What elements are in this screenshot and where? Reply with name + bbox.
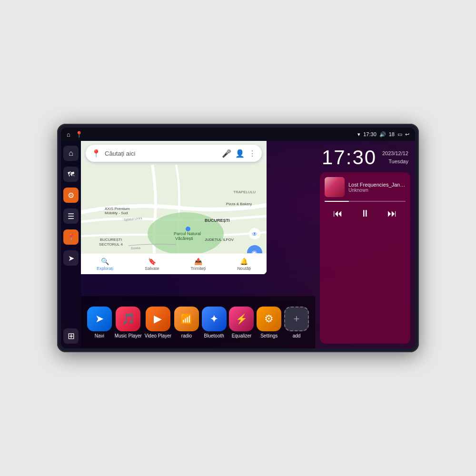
svg-text:JUDEȚUL ILFOV: JUDEȚUL ILFOV [205, 238, 234, 242]
home-status-icon: ⌂ [67, 131, 70, 138]
mic-icon[interactable]: 🎤 [222, 149, 231, 158]
device-screen: ⌂ 📍 ▾ 17:30 🔊 18 ▭ ↩ ⌂ 🗺 ⚙ [61, 128, 415, 348]
right-panel: 17:30 2023/12/12 Tuesday Lost Frequencie… [315, 141, 415, 348]
main-area: ⌂ 🗺 ⚙ ☰ 📍 ➤ ⊞ [61, 141, 415, 348]
equalizer-icon: ⚡ [229, 307, 254, 331]
map-send-label: Trimiteți [191, 266, 206, 271]
music-pause-button[interactable]: ⏸ [357, 205, 374, 222]
app-add[interactable]: + add [284, 307, 309, 338]
music-next-button[interactable]: ⏭ [384, 205, 401, 222]
music-widget: Lost Frequencies_Janie... Unknown ⏮ ⏸ ⏭ [320, 172, 410, 344]
map-saved-label: Salvate [145, 266, 159, 271]
video-player-label: Video Player [145, 333, 172, 338]
app-grid: ➤ Navi 🎵 Music Player ▶ Vi [81, 296, 315, 348]
map-saved[interactable]: 🔖 Salvate [145, 258, 159, 271]
map-search-text: Căutați aici [105, 150, 218, 157]
sidebar-location-icon[interactable]: 📍 [63, 229, 79, 245]
music-album-art [325, 177, 345, 197]
svg-text:BUCUREȘTI: BUCUREȘTI [205, 218, 230, 223]
map-send[interactable]: 📤 Trimiteți [191, 258, 206, 271]
google-maps-icon: 📍 [91, 149, 101, 158]
center-content: 📍 Căutați aici 🎤 👤 ⋮ [81, 141, 315, 348]
svg-point-4 [186, 227, 190, 231]
settings-label: Settings [260, 333, 278, 338]
account-icon[interactable]: 👤 [235, 149, 245, 158]
music-progress-bar[interactable] [325, 201, 406, 202]
map-search-icons: 🎤 👤 ⋮ [222, 149, 256, 158]
device: ⌂ 📍 ▾ 17:30 🔊 18 ▭ ↩ ⌂ 🗺 ⚙ [57, 124, 419, 352]
map-search-bar[interactable]: 📍 Căutați aici 🎤 👤 ⋮ [86, 145, 262, 162]
navi-icon: ➤ [87, 307, 112, 331]
svg-text:BUCUREȘTI: BUCUREȘTI [100, 238, 122, 242]
sidebar: ⌂ 🗺 ⚙ ☰ 📍 ➤ ⊞ [61, 141, 81, 348]
music-title: Lost Frequencies_Janie... [348, 182, 406, 188]
svg-text:AXIS Premium: AXIS Premium [105, 207, 130, 211]
battery-level: 18 [389, 131, 395, 137]
map-widget[interactable]: 📍 Căutați aici 🎤 👤 ⋮ [81, 141, 267, 274]
music-artist: Unknown [348, 188, 406, 193]
app-radio[interactable]: 📶 radio [174, 307, 199, 338]
music-progress-fill [325, 201, 349, 202]
wifi-icon: ▾ [357, 131, 360, 138]
clock-date: 2023/12/12 Tuesday [382, 148, 408, 165]
radio-icon: 📶 [174, 307, 199, 331]
app-bluetooth[interactable]: ✦ Bluetooth [202, 307, 227, 338]
svg-text:TRAPELULU: TRAPELULU [233, 190, 256, 194]
add-label: add [293, 333, 301, 338]
music-prev-button[interactable]: ⏮ [329, 205, 347, 222]
map-bottom-bar: 🔍 Explorați 🔖 Salvate 📤 Trimiteți [81, 253, 267, 274]
sidebar-navigate-icon[interactable]: ➤ [63, 250, 79, 266]
app-music-player[interactable]: 🎵 Music Player [115, 307, 142, 338]
back-icon[interactable]: ↩ [405, 131, 409, 138]
add-icon: + [284, 307, 309, 331]
music-player-label: Music Player [115, 333, 142, 338]
music-info: Lost Frequencies_Janie... Unknown [348, 182, 406, 193]
battery-icon: ▭ [397, 131, 402, 138]
music-player-icon: 🎵 [116, 307, 140, 331]
sidebar-grid-icon[interactable]: ⊞ [63, 328, 79, 344]
sidebar-files-icon[interactable]: ☰ [63, 208, 79, 224]
app-equalizer[interactable]: ⚡ Equalizer [229, 307, 254, 338]
clock-widget: 17:30 2023/12/12 Tuesday [315, 141, 415, 172]
app-settings[interactable]: ⚙ Settings [257, 307, 281, 338]
bluetooth-label: Bluetooth [204, 333, 224, 338]
app-video-player[interactable]: ▶ Video Player [145, 307, 172, 338]
clock-date-value: 2023/12/12 [382, 150, 408, 156]
music-controls: ⏮ ⏸ ⏭ [325, 205, 406, 222]
svg-text:👁: 👁 [252, 231, 258, 238]
radio-label: radio [181, 333, 192, 338]
sidebar-settings-icon[interactable]: ⚙ [63, 188, 79, 203]
maps-status-icon: 📍 [75, 131, 83, 138]
svg-text:SECTORUL 4: SECTORUL 4 [99, 242, 123, 247]
navi-label: Navi [95, 333, 104, 338]
svg-text:Văcărești: Văcărești [175, 236, 193, 241]
svg-text:Mobility - Sud: Mobility - Sud [105, 211, 128, 215]
clock-weekday: Tuesday [388, 159, 408, 164]
settings-app-icon: ⚙ [257, 307, 281, 331]
app-navi[interactable]: ➤ Navi [87, 307, 112, 338]
sidebar-maps-icon[interactable]: 🗺 [63, 167, 79, 182]
clock-display: 17:30 [322, 148, 377, 168]
map-explore[interactable]: 🔍 Explorați [97, 258, 113, 271]
status-bar: ⌂ 📍 ▾ 17:30 🔊 18 ▭ ↩ [61, 128, 415, 141]
svg-text:Parcul Natural: Parcul Natural [174, 231, 201, 236]
svg-text:Pizza & Bakery: Pizza & Bakery [226, 202, 252, 206]
map-news-label: Noutăți [237, 266, 251, 271]
map-container: 📍 Căutați aici 🎤 👤 ⋮ [81, 141, 315, 296]
music-track-row: Lost Frequencies_Janie... Unknown [325, 177, 406, 197]
volume-icon: 🔊 [379, 131, 386, 138]
svg-text:Sosea: Sosea [131, 246, 140, 250]
more-icon[interactable]: ⋮ [248, 149, 256, 158]
clock-status: 17:30 [363, 131, 377, 137]
bluetooth-icon: ✦ [202, 307, 227, 331]
map-explore-label: Explorați [97, 266, 113, 271]
equalizer-label: Equalizer [232, 333, 252, 338]
sidebar-home-icon[interactable]: ⌂ [63, 146, 79, 161]
map-news[interactable]: 🔔 Noutăți [237, 258, 251, 271]
video-player-icon: ▶ [146, 307, 170, 331]
